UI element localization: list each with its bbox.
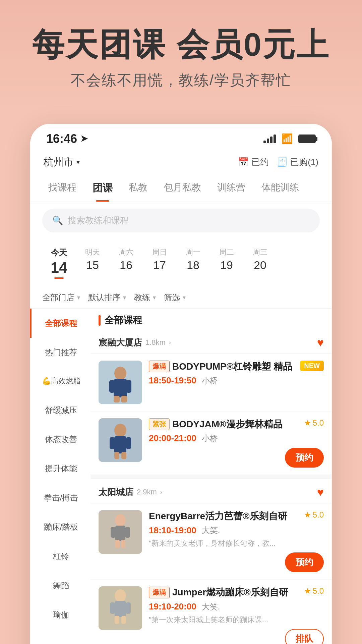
tab-monthly-private[interactable]: 包月私教 — [156, 174, 209, 202]
sidebar-item-posture[interactable]: 体态改善 — [30, 425, 90, 454]
purchased-button[interactable]: 🧾 已购(1) — [277, 156, 318, 168]
filter-coach[interactable]: 教练 ▾ — [134, 292, 156, 303]
svg-rect-5 — [114, 396, 120, 402]
svg-rect-6 — [121, 396, 127, 402]
course-time: 19:10-20:00 — [149, 601, 196, 612]
course-time: 18:10-19:00 — [149, 525, 196, 536]
course-card: 爆满 BODYPUMP®杠铃雕塑 精品 NEW 18:50-19:50 小桥 — [90, 354, 332, 411]
hero-section: 每天团课 会员0元上 不会练不用慌，教练/学员齐帮忙 — [0, 0, 362, 110]
course-time-row: 19:10-20:00 大笑. — [149, 601, 324, 612]
chevron-right-icon: › — [169, 339, 171, 346]
svg-point-1 — [114, 367, 126, 380]
sidebar-item-popular[interactable]: 热门推荐 — [30, 338, 90, 367]
svg-rect-10 — [110, 437, 115, 449]
date-selector: 今天 14 明天 15 周六 16 周日 17 周一 18 周二 19 周三 2… — [30, 239, 332, 287]
search-input[interactable]: 搜索教练和课程 — [68, 215, 129, 226]
course-name-row: 爆满 BODYPUMP®杠铃雕塑 精品 NEW — [149, 361, 324, 373]
dropdown-arrow-icon: ▾ — [76, 158, 80, 166]
svg-rect-17 — [111, 527, 116, 538]
hero-subtitle: 不会练不用慌，教练/学员齐帮忙 — [20, 70, 342, 90]
course-description: "第一次来太阳城上笑老师的蹦床课... — [149, 615, 324, 625]
favorite-icon[interactable]: ♥ — [317, 486, 324, 499]
svg-rect-26 — [115, 616, 119, 624]
course-description: "新来的美女老师，身材修长匀称，教... — [149, 538, 324, 548]
sidebar-item-barbell[interactable]: 杠铃 — [30, 542, 90, 571]
svg-rect-9 — [114, 436, 126, 453]
course-rating: ★ 5.0 — [304, 586, 324, 596]
course-teacher: 小桥 — [202, 433, 218, 444]
store-info-1[interactable]: 宸融大厦店 1.8km › — [99, 337, 171, 348]
tab-training-camp[interactable]: 训练营 — [209, 174, 253, 202]
scheduled-button[interactable]: 📅 已约 — [238, 156, 269, 168]
signal-icon — [263, 135, 276, 143]
course-name-row: 爆满 Jumper燃动蹦床®乐刻自研 ★ 5.0 — [149, 586, 324, 598]
svg-rect-18 — [125, 527, 130, 538]
sidebar: 全部课程 热门推荐 💪高效燃脂 舒缓减压 体态改善 提升体能 拳击/搏击 蹦床/… — [30, 309, 90, 644]
store-distance: 2.9km — [137, 488, 157, 496]
course-image — [99, 510, 142, 554]
date-item-today[interactable]: 今天 14 — [42, 245, 76, 281]
dropdown-arrow-icon: ▾ — [153, 294, 156, 301]
filter-all-stores[interactable]: 全部门店 ▾ — [42, 292, 80, 303]
course-name-row: EnergyBarre活力芭蕾®乐刻自研 ★ 5.0 — [149, 510, 324, 522]
date-item-tue[interactable]: 周二 19 — [210, 245, 243, 281]
sidebar-item-all[interactable]: 全部课程 — [30, 309, 90, 338]
app-header: 杭州市 ▾ 📅 已约 🧾 已购(1) — [30, 150, 332, 174]
svg-rect-4 — [126, 380, 131, 393]
location-selector[interactable]: 杭州市 ▾ — [44, 155, 80, 169]
course-teacher: 小桥 — [202, 375, 218, 386]
course-image — [99, 418, 142, 462]
course-actions: 排队 — [149, 629, 324, 644]
course-time: 20:00-21:00 — [149, 433, 196, 443]
course-info: 爆满 BODYPUMP®杠铃雕塑 精品 NEW 18:50-19:50 小桥 — [149, 361, 324, 386]
search-bar[interactable]: 🔍 搜索教练和课程 — [42, 209, 320, 232]
favorite-icon[interactable]: ♥ — [317, 336, 324, 349]
status-bar: 16:46 ➤ 📶 — [30, 124, 332, 150]
date-item-mon[interactable]: 周一 18 — [176, 245, 210, 281]
sidebar-item-yoga[interactable]: 瑜伽 — [30, 600, 90, 629]
hero-title: 每天团课 会员0元上 — [20, 27, 342, 62]
date-item-tomorrow[interactable]: 明天 15 — [76, 245, 109, 281]
course-name: EnergyBarre活力芭蕾®乐刻自研 — [149, 510, 287, 522]
course-tag-full: 爆满 — [149, 361, 170, 372]
filter-more[interactable]: 筛选 ▾ — [164, 292, 186, 303]
tab-group-class[interactable]: 团课 — [84, 174, 121, 202]
sidebar-item-dance[interactable]: 舞蹈 — [30, 571, 90, 600]
svg-rect-3 — [109, 380, 115, 393]
sidebar-item-boxing[interactable]: 拳击/搏击 — [30, 483, 90, 512]
receipt-icon: 🧾 — [277, 157, 288, 167]
svg-rect-16 — [115, 526, 125, 541]
sidebar-item-burn-fat[interactable]: 💪高效燃脂 — [30, 367, 90, 395]
store-info-2[interactable]: 太阳城店 2.9km › — [99, 486, 162, 498]
store-header-2: 太阳城店 2.9km › ♥ — [90, 479, 332, 503]
svg-rect-27 — [121, 616, 126, 624]
store-distance: 1.8km — [145, 338, 166, 347]
date-item-sun[interactable]: 周日 17 — [143, 245, 176, 281]
store-name: 宸融大厦店 — [99, 337, 142, 348]
date-item-wed[interactable]: 周三 20 — [243, 245, 277, 281]
course-teacher: 大笑. — [202, 601, 220, 612]
reserve-button[interactable]: 预约 — [285, 552, 324, 572]
filter-sort[interactable]: 默认排序 ▾ — [88, 292, 126, 303]
course-time-row: 20:00-21:00 小桥 — [149, 433, 324, 444]
date-item-sat[interactable]: 周六 16 — [109, 245, 143, 281]
sidebar-item-trampoline[interactable]: 蹦床/踏板 — [30, 512, 90, 541]
course-card: 爆满 Jumper燃动蹦床®乐刻自研 ★ 5.0 19:10-20:00 大笑.… — [90, 580, 332, 644]
purchased-label: 已购(1) — [290, 156, 318, 168]
all-courses-header: 全部课程 — [90, 309, 332, 329]
chevron-right-icon: › — [160, 489, 162, 496]
dropdown-arrow-icon: ▾ — [123, 294, 126, 301]
tab-find-course[interactable]: 找课程 — [40, 174, 84, 202]
city-name: 杭州市 — [44, 155, 74, 169]
course-card: 紧张 BODYJAM®漫步舞林精品 ★ 5.0 20:00-21:00 小桥 — [90, 412, 332, 474]
main-content: 全部课程 热门推荐 💪高效燃脂 舒缓减压 体态改善 提升体能 拳击/搏击 蹦床/… — [30, 309, 332, 644]
queue-button[interactable]: 排队 — [285, 629, 324, 644]
all-courses-text: 全部课程 — [105, 314, 142, 327]
tab-private[interactable]: 私教 — [121, 174, 156, 202]
svg-rect-13 — [121, 452, 126, 459]
reserve-button[interactable]: 预约 — [285, 448, 324, 468]
sidebar-item-fitness[interactable]: 提升体能 — [30, 454, 90, 483]
tab-fitness-training[interactable]: 体能训练 — [253, 174, 307, 202]
filter-bar: 全部门店 ▾ 默认排序 ▾ 教练 ▾ 筛选 ▾ — [30, 287, 332, 309]
sidebar-item-relax[interactable]: 舒缓减压 — [30, 395, 90, 425]
